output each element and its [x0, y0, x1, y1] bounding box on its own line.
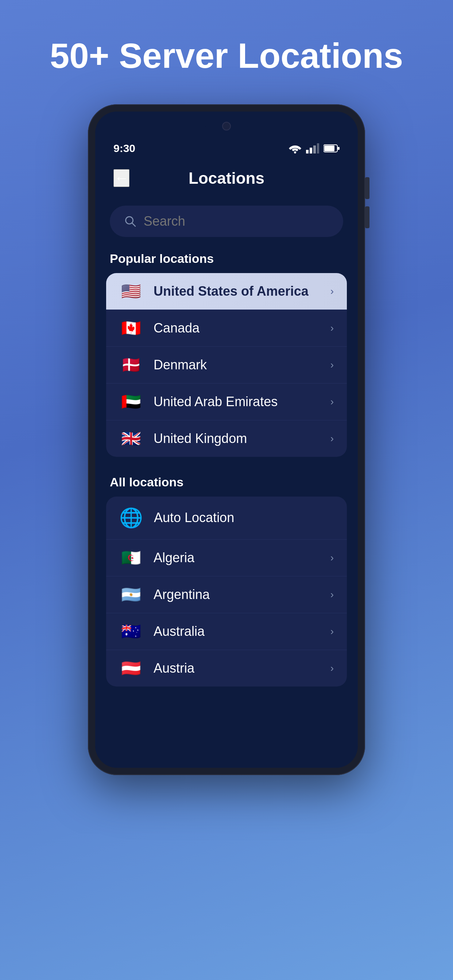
- location-name: Auto Location: [154, 510, 334, 525]
- all-locations-list: 🌐 Auto Location 🇩🇿 Algeria › 🇦🇷 Argentin…: [106, 496, 347, 687]
- svg-point-0: [294, 151, 296, 153]
- hero-text: 50+ Server Locations: [28, 37, 425, 75]
- flag-australia: 🇦🇺: [119, 624, 143, 640]
- status-bar: 9:30: [95, 134, 358, 158]
- volume-down-button: [365, 206, 370, 228]
- search-icon: [124, 215, 136, 228]
- svg-rect-2: [309, 148, 312, 153]
- chevron-icon: ›: [330, 322, 334, 334]
- location-name: Australia: [153, 624, 330, 639]
- svg-rect-6: [324, 145, 335, 151]
- svg-rect-1: [306, 150, 309, 153]
- volume-up-button: [365, 177, 370, 199]
- signal-icon: [306, 143, 319, 153]
- location-name: Austria: [153, 660, 330, 676]
- globe-icon: 🌐: [119, 507, 143, 529]
- chevron-icon: ›: [330, 433, 334, 444]
- chevron-icon: ›: [330, 396, 334, 407]
- svg-rect-4: [317, 143, 319, 153]
- search-bar[interactable]: [110, 205, 343, 237]
- list-item[interactable]: 🇩🇰 Denmark ›: [106, 347, 347, 383]
- flag-canada: 🇨🇦: [119, 320, 143, 336]
- chevron-icon: ›: [330, 625, 334, 637]
- location-name: Argentina: [153, 587, 330, 602]
- list-item[interactable]: 🇦🇺 Australia ›: [106, 613, 347, 650]
- list-item[interactable]: 🇩🇿 Algeria ›: [106, 539, 347, 576]
- back-button[interactable]: ←: [113, 169, 129, 187]
- flag-argentina: 🇦🇷: [119, 587, 143, 603]
- list-item[interactable]: 🇬🇧 United Kingdom ›: [106, 420, 347, 457]
- flag-usa: 🇺🇸: [119, 283, 143, 299]
- location-name: Denmark: [153, 357, 330, 372]
- wifi-icon: [289, 143, 301, 153]
- flag-denmark: 🇩🇰: [119, 357, 143, 373]
- chevron-icon: ›: [330, 285, 334, 297]
- status-icons: [289, 143, 340, 153]
- battery-icon: [324, 144, 340, 153]
- chevron-icon: ›: [330, 552, 334, 564]
- location-name: United Kingdom: [153, 431, 330, 446]
- list-item[interactable]: 🇦🇪 United Arab Emirates ›: [106, 383, 347, 420]
- list-item[interactable]: 🌐 Auto Location: [106, 496, 347, 539]
- chevron-icon: ›: [330, 359, 334, 371]
- camera-notch: [222, 122, 231, 130]
- svg-rect-7: [338, 147, 340, 150]
- phone-notch: [205, 119, 248, 134]
- flag-uk: 🇬🇧: [119, 431, 143, 447]
- flag-algeria: 🇩🇿: [119, 550, 143, 566]
- flag-uae: 🇦🇪: [119, 394, 143, 410]
- app-header: ← Locations: [95, 158, 358, 198]
- chevron-icon: ›: [330, 662, 334, 674]
- list-item[interactable]: 🇦🇷 Argentina ›: [106, 576, 347, 613]
- list-item[interactable]: 🇺🇸 United States of America ›: [106, 273, 347, 310]
- location-name: Canada: [153, 320, 330, 336]
- flag-austria: 🇦🇹: [119, 660, 143, 676]
- popular-section-label: Popular locations: [95, 248, 358, 273]
- status-time: 9:30: [113, 142, 135, 154]
- svg-rect-3: [313, 145, 316, 153]
- all-section-label: All locations: [95, 471, 358, 496]
- location-name: Algeria: [153, 550, 330, 565]
- svg-line-9: [132, 223, 135, 226]
- location-name: United Arab Emirates: [153, 394, 330, 409]
- popular-locations-list: 🇺🇸 United States of America › 🇨🇦 Canada …: [106, 273, 347, 457]
- search-input[interactable]: [144, 214, 329, 229]
- chevron-icon: ›: [330, 589, 334, 600]
- list-item[interactable]: 🇦🇹 Austria ›: [106, 650, 347, 687]
- location-name: United States of America: [153, 284, 330, 299]
- phone-mockup: 9:30: [88, 104, 365, 775]
- list-item[interactable]: 🇨🇦 Canada ›: [106, 310, 347, 347]
- page-title: Locations: [188, 169, 265, 188]
